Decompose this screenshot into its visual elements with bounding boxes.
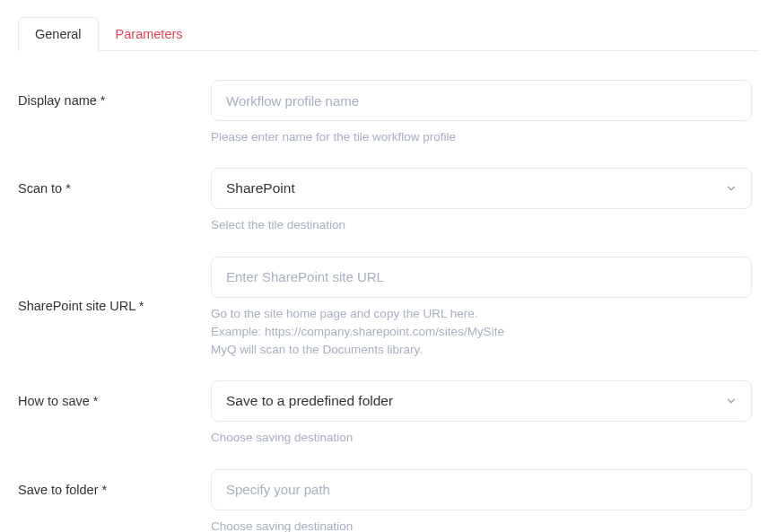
scan-to-help: Select the tile destination bbox=[211, 216, 752, 234]
save-to-folder-help: Choose saving destination bbox=[211, 518, 752, 533]
label-col: Display name * bbox=[18, 80, 211, 109]
display-name-input[interactable] bbox=[211, 80, 752, 121]
field-col: Choose saving destination bbox=[211, 469, 759, 533]
label-col: How to save * bbox=[18, 380, 211, 409]
label-col: Scan to * bbox=[18, 168, 211, 196]
display-name-label: Display name * bbox=[18, 93, 106, 108]
row-display-name: Display name * Please enter name for the… bbox=[18, 80, 759, 146]
site-url-help: Go to the site home page and copy the UR… bbox=[211, 305, 752, 360]
row-scan-to: Scan to * SharePoint Select the tile des… bbox=[18, 168, 759, 234]
how-to-save-help: Choose saving destination bbox=[211, 429, 752, 447]
label-col: SharePoint site URL * bbox=[18, 257, 211, 314]
row-save-to-folder: Save to folder * Choose saving destinati… bbox=[18, 469, 759, 533]
how-to-save-value: Save to a predefined folder bbox=[211, 380, 752, 422]
tab-general[interactable]: General bbox=[18, 17, 99, 51]
site-url-input[interactable] bbox=[211, 257, 752, 298]
scan-to-label: Scan to * bbox=[18, 181, 71, 196]
display-name-help: Please enter name for the tile workflow … bbox=[211, 128, 752, 146]
tabs-bar: General Parameters bbox=[18, 16, 759, 51]
how-to-save-select[interactable]: Save to a predefined folder bbox=[211, 380, 752, 422]
field-col: Save to a predefined folder Choose savin… bbox=[211, 380, 759, 447]
site-url-label: SharePoint site URL * bbox=[18, 299, 144, 313]
tab-parameters[interactable]: Parameters bbox=[99, 17, 200, 51]
save-to-folder-label: Save to folder * bbox=[18, 483, 107, 497]
site-url-help-line1: Go to the site home page and copy the UR… bbox=[211, 305, 752, 323]
field-col: SharePoint Select the tile destination bbox=[211, 168, 759, 234]
field-col: Please enter name for the tile workflow … bbox=[211, 80, 759, 146]
scan-to-value: SharePoint bbox=[211, 168, 752, 209]
row-how-to-save: How to save * Save to a predefined folde… bbox=[18, 380, 759, 447]
label-col: Save to folder * bbox=[18, 469, 211, 498]
scan-to-select[interactable]: SharePoint bbox=[211, 168, 752, 209]
save-to-folder-input[interactable] bbox=[211, 469, 752, 510]
how-to-save-label: How to save * bbox=[18, 394, 98, 408]
site-url-help-line2: Example: https://company.sharepoint.com/… bbox=[211, 323, 752, 341]
site-url-help-line3: MyQ will scan to the Documents library. bbox=[211, 341, 752, 359]
row-site-url: SharePoint site URL * Go to the site hom… bbox=[18, 257, 759, 360]
field-col: Go to the site home page and copy the UR… bbox=[211, 257, 759, 360]
